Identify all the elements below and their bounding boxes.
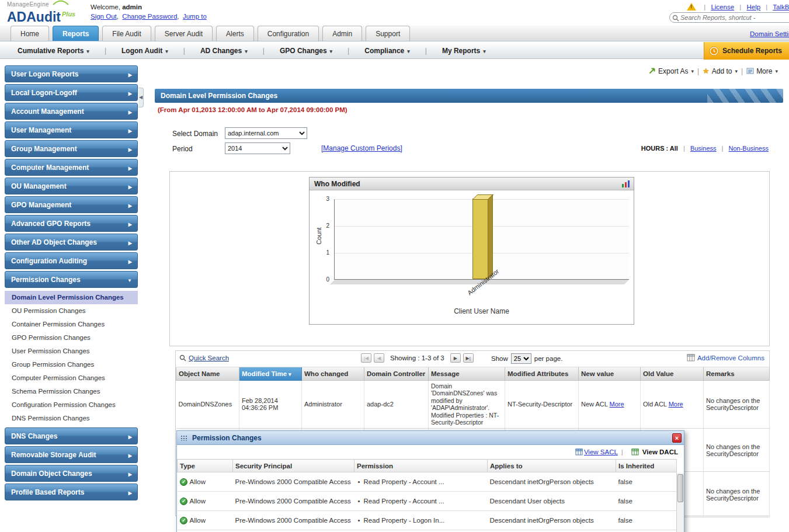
add-to-button[interactable]: Add to	[703, 67, 738, 75]
y-tick: 1	[312, 249, 329, 256]
first-page-button[interactable]	[361, 353, 371, 363]
non-business-hours-link[interactable]: Non-Business	[729, 145, 769, 152]
view-sacl-link[interactable]: View SACL	[584, 448, 618, 455]
col-modified-attributes[interactable]: Modified Attributes	[505, 367, 579, 380]
page-size-select[interactable]: 25	[511, 353, 531, 364]
view-dacl-link[interactable]: View DACL	[642, 448, 678, 455]
sidebar-item-account-management[interactable]: Account Management	[5, 103, 138, 120]
manage-custom-periods-link[interactable]: [Manage Custom Periods]	[321, 144, 402, 152]
quick-search-link[interactable]: Quick Search	[189, 354, 229, 361]
search-input[interactable]	[680, 13, 789, 22]
domain-settings-link[interactable]: Domain Settings	[750, 30, 789, 37]
talkback-link[interactable]: TalkBack	[773, 4, 789, 11]
jump-to-link[interactable]: Jump to	[183, 13, 207, 20]
add-remove-columns-button[interactable]: Add/Remove Columns	[687, 354, 764, 361]
col-type: Type	[178, 460, 233, 472]
sidebar-subitem-container-permission-changes[interactable]: Container Permission Changes	[5, 318, 138, 331]
tab-server-audit[interactable]: Server Audit	[155, 26, 213, 41]
sidebar-subitem-gpo-permission-changes[interactable]: GPO Permission Changes	[5, 331, 138, 345]
col-new-value[interactable]: New value	[579, 367, 641, 380]
sidebar-subitem-ou-permission-changes[interactable]: OU Permission Changes	[5, 304, 138, 318]
product-name: ADAudit	[7, 9, 61, 25]
sidebar-item-group-management[interactable]: Group Management	[5, 140, 138, 157]
col-object-name[interactable]: Object Name	[176, 367, 239, 380]
tab-configuration[interactable]: Configuration	[258, 26, 319, 41]
who-modified-chart: Who Modified Count 3 2 1 0 Administrator…	[309, 177, 634, 325]
menu-compliance[interactable]: Compliance	[364, 47, 410, 55]
sidebar-subitem-group-permission-changes[interactable]: Group Permission Changes	[5, 358, 138, 371]
sidebar-item-dns-changes[interactable]: DNS Changes	[5, 427, 138, 444]
sidebar-item-other-ad-object-changes[interactable]: Other AD Object Changes	[5, 234, 138, 251]
menu-ad-changes[interactable]: AD Changes	[200, 47, 248, 55]
help-link[interactable]: Help	[746, 4, 760, 11]
previous-page-button[interactable]	[374, 353, 384, 363]
chart-bar[interactable]	[472, 199, 489, 279]
sidebar-item-gpo-management[interactable]: GPO Management	[5, 196, 138, 213]
old-acl-more-link[interactable]: More	[669, 401, 683, 408]
last-page-button[interactable]	[463, 353, 474, 363]
schedule-reports-button[interactable]: Schedule Reports	[704, 42, 789, 60]
chart-type-icon[interactable]	[621, 180, 630, 188]
main-tab-bar: Home Reports File Audit Server Audit Ale…	[0, 26, 789, 41]
sidebar-item-advanced-gpo-reports[interactable]: Advanced GPO Reports	[5, 215, 138, 232]
sidebar-item-computer-management[interactable]: Computer Management	[5, 159, 138, 176]
sidebar-item-configuration-auditing[interactable]: Configuration Auditing	[5, 252, 138, 269]
tab-file-audit[interactable]: File Audit	[102, 26, 151, 41]
change-password-link[interactable]: Change Password	[122, 13, 177, 20]
drag-handle-icon[interactable]	[180, 435, 187, 441]
export-as-button[interactable]: Export As	[648, 67, 694, 75]
popup-scrollbar[interactable]	[676, 473, 684, 532]
new-acl-more-link[interactable]: More	[610, 401, 624, 408]
domain-select[interactable]: adap.internal.com	[225, 127, 307, 139]
period-select[interactable]: 2014	[225, 142, 290, 154]
sidebar-collapse-handle[interactable]: ◀	[138, 88, 144, 107]
next-page-button[interactable]	[450, 353, 461, 363]
tab-reports[interactable]: Reports	[53, 26, 99, 41]
hours-filter: HOURS : All Business Non-Business	[641, 145, 769, 152]
menu-my-reports[interactable]: My Reports	[442, 47, 486, 55]
sidebar-item-user-management[interactable]: User Management	[5, 121, 138, 138]
tab-support[interactable]: Support	[366, 26, 410, 41]
popup-links: View SACL View DACL	[177, 445, 684, 459]
more-button[interactable]: More	[746, 67, 778, 75]
sacl-table-icon	[575, 448, 583, 455]
sidebar-item-profile-based-reports[interactable]: Profile Based Reports	[5, 484, 138, 500]
sidebar-item-removable-storage-audit[interactable]: Removable Storage Audit	[5, 446, 138, 463]
col-security-principal: Security Principal	[233, 460, 354, 472]
col-who-changed[interactable]: Who changed	[302, 367, 364, 380]
more-icon	[746, 67, 754, 75]
scrollbar-thumb[interactable]	[677, 474, 683, 502]
sidebar-subitem-computer-permission-changes[interactable]: Computer Permission Changes	[5, 371, 138, 385]
license-link[interactable]: License	[711, 4, 734, 11]
sign-out-link[interactable]: Sign Out	[91, 13, 117, 20]
business-hours-link[interactable]: Business	[690, 145, 717, 152]
sidebar-subitem-user-permission-changes[interactable]: User Permission Changes	[5, 345, 138, 358]
sidebar-item-ou-management[interactable]: OU Management	[5, 178, 138, 194]
sidebar-subitem-domain-level-permission-changes[interactable]: Domain Level Permission Changes	[5, 291, 138, 304]
warning-icon[interactable]	[687, 3, 696, 11]
close-icon[interactable]	[672, 433, 682, 443]
sidebar-item-user-logon-reports[interactable]: User Logon Reports	[5, 65, 138, 82]
col-message[interactable]: Message	[429, 367, 505, 380]
sidebar-subitem-dns-permission-changes[interactable]: DNS Permission Changes	[5, 412, 138, 425]
menu-gpo-changes[interactable]: GPO Changes	[280, 47, 332, 55]
col-modified-time[interactable]: Modified Time	[239, 367, 302, 380]
chevron-right-icon	[128, 103, 132, 121]
col-domain-controller[interactable]: Domain Controller	[364, 367, 429, 380]
menu-cumulative-reports[interactable]: Cumulative Reports	[18, 47, 89, 55]
grid-controls: Quick Search Showing : 1-3 of 3 Show 25 …	[176, 351, 769, 367]
menu-logon-audit[interactable]: Logon Audit	[121, 47, 168, 55]
sidebar-item-permission-changes[interactable]: Permission Changes	[5, 271, 138, 288]
col-old-value[interactable]: Old Value	[641, 367, 704, 380]
col-remarks[interactable]: Remarks	[704, 367, 770, 380]
tab-alerts[interactable]: Alerts	[216, 26, 254, 41]
chevron-right-icon	[128, 66, 132, 84]
tab-home[interactable]: Home	[11, 26, 49, 41]
sidebar-subitem-schema-permission-changes[interactable]: Schema Permission Changes	[5, 385, 138, 398]
sidebar-subitem-configuration-permission-changes[interactable]: Configuration Permission Changes	[5, 398, 138, 412]
popup-title-bar[interactable]: Permission Changes	[177, 431, 684, 445]
tab-admin[interactable]: Admin	[322, 26, 362, 41]
sidebar-item-domain-object-changes[interactable]: Domain Object Changes	[5, 465, 138, 482]
cell-message: Domain 'DomainDNSZones' was modified by …	[429, 380, 505, 429]
sidebar-item-local-logon-logoff[interactable]: Local Logon-Logoff	[5, 84, 138, 101]
